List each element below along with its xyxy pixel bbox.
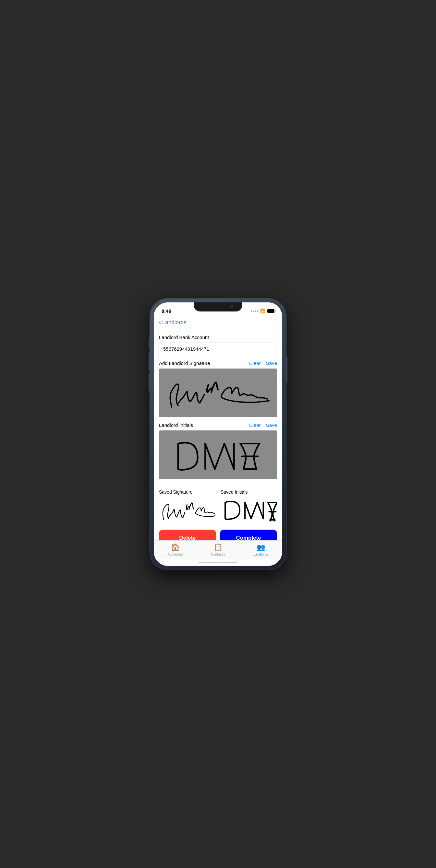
volume-down-button[interactable] — [149, 373, 150, 391]
notch — [194, 302, 242, 311]
signature-canvas[interactable] — [159, 369, 277, 417]
tab-landlords-label: Landlords — [254, 553, 268, 556]
tab-addresses[interactable]: 🏠 Addresses — [154, 540, 197, 557]
saved-initials-label: Saved Initials — [221, 489, 277, 495]
home-bar — [199, 562, 237, 563]
back-button[interactable]: ‹ Landlords — [159, 319, 277, 326]
tab-addresses-label: Addresses — [167, 553, 183, 556]
saved-initials-item: Saved Initials — [221, 489, 277, 523]
initials-header: Landlord Initials Clear Save — [154, 422, 282, 428]
saved-signature-display — [159, 497, 215, 523]
initials-drawing — [159, 430, 277, 479]
bank-account-input[interactable] — [159, 343, 277, 355]
navigation-bar: ‹ Landlords — [154, 317, 282, 329]
bank-account-section: Landlord Bank Account — [154, 329, 282, 361]
tab-landlords[interactable]: 👥 Landlords — [239, 540, 282, 557]
signature-drawing — [159, 369, 277, 417]
action-buttons: Delete Complete — [154, 523, 282, 540]
signature-header: Add Landlord Signature Clear Save — [154, 361, 282, 366]
back-label: Landlords — [162, 319, 186, 326]
contracts-icon: 📋 — [214, 543, 223, 552]
landlords-icon: 👥 — [257, 543, 265, 552]
bank-account-label: Landlord Bank Account — [159, 335, 277, 340]
back-chevron-icon: ‹ — [159, 319, 161, 326]
tab-bar: 🏠 Addresses 📋 Contracts 👥 Landlords — [154, 540, 282, 559]
status-time: 8:49 — [162, 308, 171, 314]
signature-save-button[interactable]: Save — [266, 361, 277, 366]
saved-section: Saved Signature Sav — [154, 484, 282, 523]
saved-signature-item: Saved Signature — [159, 489, 215, 523]
home-indicator — [154, 559, 282, 566]
phone-device: 8:49 📶 ‹ Landlords La — [150, 299, 286, 570]
camera — [230, 305, 233, 308]
phone-screen: 8:49 📶 ‹ Landlords La — [154, 302, 282, 566]
complete-button[interactable]: Complete — [220, 530, 277, 540]
initials-label: Landlord Initials — [159, 422, 244, 428]
wifi-icon: 📶 — [260, 309, 265, 313]
addresses-icon: 🏠 — [171, 543, 180, 552]
tab-contracts-label: Contracts — [211, 553, 225, 556]
power-button[interactable] — [286, 357, 287, 383]
mute-button[interactable] — [149, 337, 150, 348]
delete-button[interactable]: Delete — [159, 530, 216, 540]
scroll-content: Landlord Bank Account Add Landlord Signa… — [154, 329, 282, 540]
signature-clear-button[interactable]: Clear — [249, 361, 261, 366]
signal-icon — [251, 311, 258, 312]
battery-icon — [267, 309, 274, 313]
initials-canvas[interactable] — [159, 430, 277, 479]
saved-initials-display — [221, 497, 277, 523]
tab-contracts[interactable]: 📋 Contracts — [197, 540, 239, 557]
volume-up-button[interactable] — [149, 352, 150, 370]
status-icons: 📶 — [251, 309, 274, 313]
saved-signature-label: Saved Signature — [159, 489, 215, 495]
initials-save-button[interactable]: Save — [266, 422, 277, 428]
initials-clear-button[interactable]: Clear — [249, 422, 261, 428]
signature-label: Add Landlord Signature — [159, 361, 244, 366]
